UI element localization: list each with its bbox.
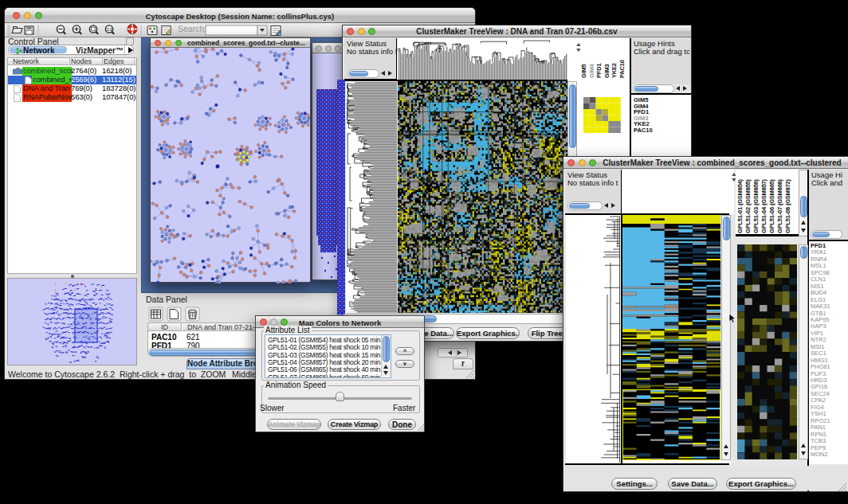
svg-text:1:1: 1:1 xyxy=(107,28,112,32)
svg-text:Search:: Search: xyxy=(178,24,206,33)
